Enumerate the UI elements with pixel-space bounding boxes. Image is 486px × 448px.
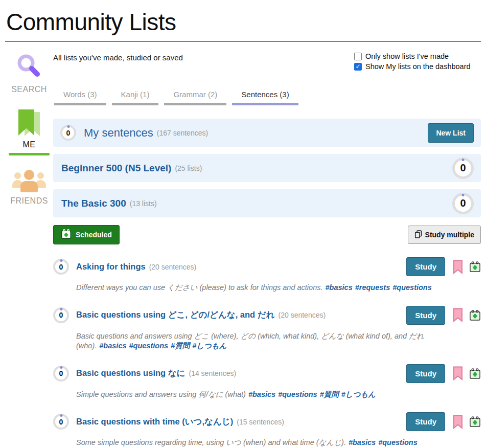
list-title-link[interactable]: Basic questions using なに (76, 368, 185, 379)
list-title-link[interactable]: Asking for things (76, 262, 146, 272)
main-content: All lists you've made, studied or saved … (53, 52, 481, 448)
due-count-badge: 0 (452, 193, 474, 214)
schedule-calendar-icon[interactable] (469, 368, 481, 379)
panel-count: (25 lists) (175, 164, 202, 172)
tag-link[interactable]: #questions (392, 283, 432, 292)
tab-sentences[interactable]: Sentences (3) (231, 90, 299, 105)
panel-title[interactable]: My sentences (84, 126, 153, 140)
tag-link[interactable]: #questions (378, 438, 418, 446)
tag-link[interactable]: #basics (248, 390, 275, 398)
schedule-calendar-icon[interactable] (469, 309, 481, 321)
tag-link[interactable]: #basics (99, 342, 126, 350)
list-count: (14 sentences) (189, 369, 236, 377)
panel-title[interactable]: The Basic 300 (61, 198, 126, 209)
title-divider (5, 41, 481, 42)
tag-link[interactable]: #questions (129, 342, 169, 350)
list-count: (20 sentences) (149, 263, 197, 271)
tab-words[interactable]: Words (3) (53, 90, 107, 105)
list-item: 0 Basic questions with time (いつ,なんじ) (15… (53, 412, 481, 448)
study-button[interactable]: Study (406, 257, 445, 276)
list-description: Basic questions and answers using どこ (wh… (76, 331, 465, 351)
checkbox-label: Only show lists I've made (365, 52, 449, 60)
tag-link[interactable]: #requests (355, 283, 390, 292)
sidebar-item-label: SEARCH (11, 85, 47, 94)
scheduled-button[interactable]: Scheduled (53, 225, 120, 244)
tab-grammar[interactable]: Grammar (2) (163, 90, 227, 105)
search-icon (15, 52, 43, 82)
basic-300-panel[interactable]: The Basic 300 (13 lists) 0 (53, 189, 481, 217)
due-count-badge: 0 (53, 259, 69, 275)
option-show-on-dashboard[interactable]: Show My lists on the dashboard (354, 62, 481, 71)
list-description: Different ways you can use ください (please)… (76, 283, 465, 293)
due-count-badge: 0 (53, 414, 69, 430)
schedule-calendar-icon[interactable] (469, 261, 481, 273)
due-count-badge: 0 (53, 307, 69, 323)
list-type-tabs: Words (3) Kanji (1) Grammar (2) Sentence… (53, 90, 481, 105)
list-item: 0 Basic questions using なに (14 sentences… (53, 364, 481, 400)
show-on-dashboard-checkbox[interactable] (354, 63, 362, 71)
tag-link[interactable]: #しつもん (192, 342, 226, 350)
list-title-link[interactable]: Basic questions using どこ, どの/どんな, and だれ (76, 309, 275, 321)
tag-link[interactable]: #basics (326, 283, 353, 292)
sidebar-item-label: ME (23, 140, 36, 149)
tag-link[interactable]: #questions (278, 390, 317, 398)
page: Community Lists SEARCH ME (0, 8, 486, 448)
sidebar-item-search[interactable]: SEARCH (11, 52, 47, 94)
tab-kanji[interactable]: Kanji (1) (111, 90, 160, 105)
page-subtitle: All lists you've made, studied or saved (53, 52, 183, 62)
list-description: Simple questions and answers using 何/なに … (76, 390, 465, 400)
study-multiple-button[interactable]: Study multiple (408, 226, 481, 244)
save-bookmark-icon[interactable] (453, 260, 463, 274)
due-count-badge: 0 (53, 366, 69, 382)
active-section-indicator (9, 153, 50, 155)
panel-title[interactable]: Beginner 500 (N5 Level) (61, 163, 171, 174)
only-my-lists-checkbox[interactable] (354, 53, 362, 60)
friends-icon (12, 169, 46, 193)
due-count-badge: 0 (452, 158, 474, 179)
list-options: Only show lists I've made Show My lists … (354, 52, 481, 73)
list-description: Some simple questions regarding time, us… (76, 438, 465, 448)
study-button[interactable]: Study (406, 364, 445, 383)
beginner-500-panel[interactable]: Beginner 500 (N5 Level) (25 lists) 0 (53, 154, 481, 182)
due-count-badge: 0 (60, 125, 76, 141)
bookmark-icon (17, 109, 41, 137)
schedule-calendar-icon[interactable] (469, 416, 481, 428)
save-bookmark-icon[interactable] (453, 415, 463, 429)
list-item: 0 Asking for things (20 sentences) Study (53, 257, 481, 293)
save-bookmark-icon[interactable] (453, 308, 463, 322)
study-button[interactable]: Study (406, 412, 445, 431)
panel-count: (13 lists) (130, 199, 157, 208)
checkbox-label: Show My lists on the dashboard (365, 62, 471, 71)
page-title: Community Lists (6, 8, 481, 36)
list-count: (15 sentences) (237, 418, 284, 426)
copy-icon (414, 230, 422, 240)
list-item: 0 Basic questions using どこ, どの/どんな, and … (53, 306, 481, 351)
list-title-link[interactable]: Basic questions with time (いつ,なんじ) (76, 416, 233, 428)
sidebar-item-me[interactable]: ME (9, 107, 50, 155)
list-count: (20 sentences) (279, 311, 326, 319)
calendar-plus-icon (61, 229, 72, 241)
study-button[interactable]: Study (406, 306, 445, 325)
tag-link[interactable]: #質問 (320, 390, 339, 398)
sidebar-item-friends[interactable]: FRIENDS (10, 169, 48, 206)
sidebar-item-label: FRIENDS (10, 196, 48, 206)
option-only-my-lists[interactable]: Only show lists I've made (354, 52, 481, 60)
tag-link[interactable]: #しつもん (341, 390, 376, 398)
new-list-button[interactable]: New List (428, 123, 474, 143)
tag-link[interactable]: #basics (349, 438, 376, 446)
sidebar: SEARCH ME FRIENDS (5, 52, 53, 448)
community-lists: 0 Asking for things (20 sentences) Study (53, 257, 481, 448)
my-sentences-panel[interactable]: 0 My sentences (167 sentences) New List (53, 119, 481, 147)
save-bookmark-icon[interactable] (453, 366, 463, 380)
panel-count: (167 sentences) (157, 129, 208, 137)
tag-link[interactable]: #質問 (171, 342, 190, 350)
